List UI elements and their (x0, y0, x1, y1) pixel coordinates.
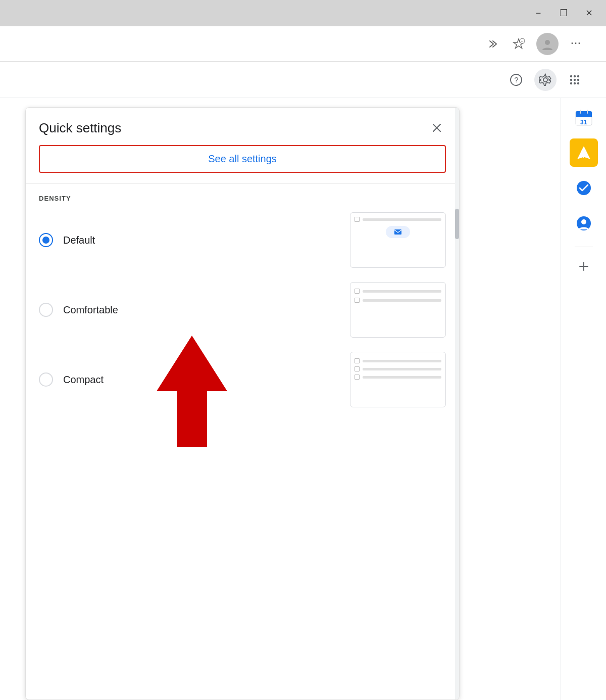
sidebar-divider (575, 247, 593, 247)
compact-preview-line-2 (363, 368, 441, 370)
compact-preview-line-3 (363, 376, 441, 379)
density-radio-default[interactable] (39, 233, 53, 247)
svg-point-11 (577, 78, 579, 80)
preview-top-line (355, 217, 441, 222)
svg-point-13 (574, 82, 576, 84)
quick-settings-title: Quick settings (39, 120, 121, 136)
preview-checkbox (355, 217, 360, 222)
right-sidebar: 31 (561, 98, 606, 700)
svg-rect-17 (394, 229, 401, 235)
quick-settings-panel: Quick settings See all settings DENSITY (25, 107, 460, 700)
gmail-toolbar: ? (0, 62, 606, 98)
density-option-compact-left: Compact (39, 372, 104, 387)
density-radio-compact[interactable] (39, 372, 53, 387)
svg-rect-21 (576, 115, 592, 117)
svg-text:+: + (521, 39, 523, 44)
quick-settings-close-button[interactable] (428, 119, 446, 137)
preview-row-line-1 (363, 290, 441, 293)
preview-compose-btn (386, 226, 410, 238)
see-all-settings-button[interactable]: See all settings (39, 145, 446, 173)
density-option-default-left: Default (39, 233, 95, 247)
density-comfortable-label: Comfortable (63, 304, 118, 316)
forward-button[interactable] (482, 34, 501, 54)
svg-point-14 (577, 82, 579, 84)
compact-preview-row-2 (355, 366, 441, 371)
settings-button[interactable] (534, 69, 557, 91)
density-label: DENSITY (39, 195, 446, 202)
preview-line (363, 218, 441, 221)
svg-point-7 (574, 75, 576, 77)
see-all-settings-wrapper: See all settings (26, 145, 459, 183)
compact-preview-checkbox-1 (355, 358, 360, 363)
scrollbar-thumb[interactable] (455, 209, 459, 239)
density-option-comfortable[interactable]: Comfortable (39, 282, 446, 338)
svg-point-10 (574, 78, 576, 80)
main-area: Quick settings See all settings DENSITY (0, 98, 606, 700)
svg-point-9 (570, 78, 572, 80)
density-preview-compact (350, 352, 446, 407)
svg-point-27 (577, 181, 591, 195)
preview-btn-row (355, 226, 441, 238)
svg-point-12 (570, 82, 572, 84)
density-default-label: Default (63, 235, 95, 246)
preview-compact-rows (355, 356, 441, 381)
compact-preview-row-1 (355, 358, 441, 363)
title-bar: − ❐ ✕ (0, 0, 606, 26)
preview-comfortable-rows (355, 287, 441, 303)
svg-point-29 (581, 219, 586, 224)
more-button[interactable]: ··· (567, 34, 586, 54)
preview-checkbox-1 (355, 289, 360, 294)
density-option-compact[interactable]: Compact (39, 352, 446, 407)
density-radio-comfortable[interactable] (39, 303, 53, 317)
compact-preview-checkbox-3 (355, 375, 360, 380)
maximize-button[interactable]: ❐ (556, 5, 572, 21)
svg-point-8 (577, 75, 579, 77)
scrollbar[interactable] (455, 108, 459, 699)
apps-button[interactable] (564, 69, 586, 91)
help-button[interactable]: ? (505, 69, 527, 91)
compact-preview-checkbox-2 (355, 366, 360, 371)
compact-preview-line-1 (363, 360, 441, 362)
svg-point-6 (570, 75, 572, 77)
preview-default-content (355, 217, 441, 238)
preview-checkbox-2 (355, 298, 360, 303)
preview-row-1 (355, 289, 441, 294)
svg-point-25 (581, 149, 586, 154)
svg-point-2 (545, 40, 550, 45)
sidebar-contacts-icon[interactable] (570, 209, 598, 238)
sidebar-calendar-icon[interactable]: 31 (570, 103, 598, 131)
svg-text:?: ? (515, 76, 519, 84)
preview-row-line-2 (363, 299, 441, 302)
svg-point-5 (543, 78, 547, 82)
density-radio-default-inner (42, 237, 49, 244)
density-section: DENSITY Default (26, 183, 459, 418)
sidebar-tasks-icon[interactable] (570, 174, 598, 202)
quick-settings-header: Quick settings (26, 108, 459, 145)
preview-row-2 (355, 298, 441, 303)
density-preview-default (350, 212, 446, 268)
sidebar-keep-icon[interactable] (570, 138, 598, 167)
compact-preview-row-3 (355, 375, 441, 380)
sidebar-add-button[interactable] (574, 256, 594, 276)
browser-toolbar: + ··· (0, 26, 606, 62)
bookmark-button[interactable]: + (509, 34, 528, 54)
profile-button[interactable] (536, 33, 559, 55)
density-option-comfortable-left: Comfortable (39, 303, 118, 317)
density-option-default[interactable]: Default (39, 212, 446, 268)
minimize-button[interactable]: − (530, 5, 546, 21)
svg-text:31: 31 (580, 119, 587, 126)
density-compact-label: Compact (63, 374, 104, 386)
density-preview-comfortable (350, 282, 446, 338)
close-button[interactable]: ✕ (581, 5, 597, 21)
